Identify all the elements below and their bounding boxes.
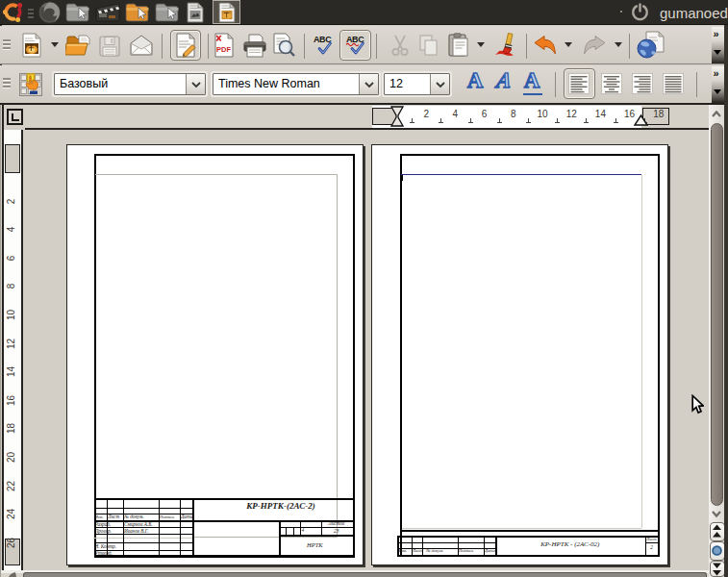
svg-text:PDF: PDF xyxy=(216,45,231,54)
